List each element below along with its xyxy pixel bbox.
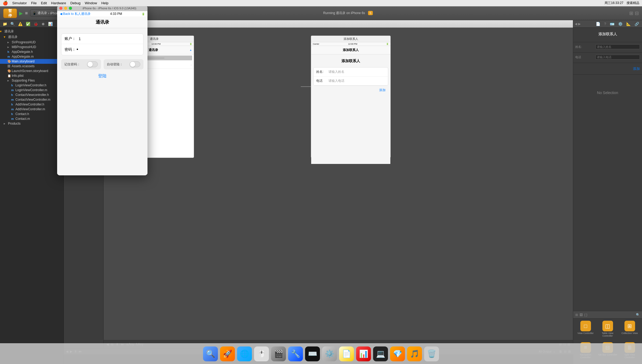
stop-button[interactable]: ■ [25, 10, 28, 16]
menu-edit[interactable]: Edit [41, 1, 47, 5]
menu-help[interactable]: Help [101, 1, 108, 5]
nav-search-icon[interactable]: 🔍 [9, 21, 16, 27]
nav-folder-icon[interactable]: 📁 [2, 21, 8, 27]
account-input[interactable]: 1 [77, 37, 140, 41]
menu-hardware[interactable]: Hardware [51, 1, 66, 5]
dock-xcode[interactable]: 🔧 [288, 346, 303, 361]
nav-item-Assets.xcassets[interactable]: 🖼 Assets.xcassets [0, 64, 64, 69]
pause-button[interactable]: 暂停 [3, 9, 17, 18]
view-toggle[interactable]: ⊞ [629, 10, 633, 16]
nav-item-AddViewController.h[interactable]: h AddViewController.h [0, 102, 64, 107]
dock-vlc[interactable]: 🎵 [407, 346, 422, 361]
login-button[interactable]: 登陆 [61, 73, 143, 79]
obj-lib-label: Table View Controller [597, 332, 618, 337]
maximize-dot[interactable] [69, 7, 72, 10]
nav-add-btn[interactable]: + [190, 49, 192, 52]
nav-item-ContactController.m[interactable]: m ContactViewController.m [0, 97, 64, 102]
nav-item-LoginViewController.m[interactable]: m LoginViewController.m [0, 88, 64, 92]
tab-connections[interactable]: 🔗 [633, 21, 640, 27]
remember-switch[interactable] [87, 61, 98, 67]
minimize-dot[interactable] [64, 7, 67, 10]
menu-search[interactable]: 搜索精品 [627, 1, 639, 5]
inspector-add-btn[interactable]: 添加 [633, 67, 640, 71]
inspector-add-section: 添加 [573, 63, 642, 75]
inspector-back[interactable]: ◀ [575, 22, 577, 26]
menu-file[interactable]: File [31, 1, 37, 5]
menu-debug[interactable]: Debug [70, 1, 81, 5]
dock-powerpoint[interactable]: 📊 [356, 346, 371, 361]
tab-identity[interactable]: 🪪 [609, 21, 616, 27]
dock-systemprefs[interactable]: ⚙️ [322, 346, 337, 361]
inspector-add-title: 添加联系人 [575, 30, 640, 40]
iphone-login-content: 账户： 1 密码： • 记住密码： 自动登陆： [57, 28, 147, 175]
close-dot[interactable] [59, 7, 62, 10]
nav-item-Main.storyboard[interactable]: 🎨 Main.storyboard [0, 59, 64, 64]
dock-mouse[interactable]: 🖱️ [254, 346, 269, 361]
tab-file[interactable]: 📄 [594, 21, 602, 27]
canvas-main[interactable]: 通讯录 Carrier 12:00 PM 🔋 通讯录 + [104, 28, 573, 340]
nav-item-Supporting Files[interactable]: ▸ Supporting Files [0, 78, 64, 83]
nav-item-Contact.m[interactable]: m Contact.m [0, 116, 64, 121]
inspector-phone-input[interactable] [595, 55, 640, 60]
obj-lib-icon: ◫ [602, 321, 613, 331]
obj-lib-item-Table-View-Controller[interactable]: ◫ Table View Controller [597, 321, 618, 341]
menu-window[interactable]: Window [85, 1, 97, 5]
nav-item-LaunchScreen.storyboard[interactable]: 🎨 LaunchScreen.storyboard [0, 69, 64, 73]
nav-item-MBProgressHUD[interactable]: ▸ MBProgressHUD [0, 45, 64, 49]
nav-item-Contact.h[interactable]: h Contact.h [0, 112, 64, 116]
dock-trash[interactable]: 🗑️ [424, 346, 439, 361]
apple-menu[interactable]: 🍎 [3, 1, 8, 6]
canvas-add-scene[interactable]: 添加联系人 Carrier 12:00 PM 🔋 添加联系人 [311, 36, 391, 158]
tab-attributes[interactable]: ⚙️ [617, 21, 624, 27]
nav-item-ContactController.h[interactable]: h ContactViewcontroller.h [0, 92, 64, 97]
dock-launchpad[interactable]: 🚀 [220, 346, 235, 361]
obj-lib-item-View-Controller[interactable]: □ View Controller [575, 321, 596, 341]
nav-item-Products[interactable]: ▸ Products [0, 121, 64, 126]
nav-item-SVProgressHUD[interactable]: ▸ SVProgressHUD [0, 40, 64, 45]
inspector-name-input[interactable] [595, 44, 640, 49]
obj-lib-tab-media[interactable]: 🖼 [580, 313, 583, 317]
status-back-btn[interactable]: ◀ Back to 私人通讯录 [60, 12, 91, 16]
add-submit-btn[interactable]: 添加 [313, 86, 388, 95]
nav-item-LoginViewController.h[interactable]: h LoginViewController.h [0, 83, 64, 88]
no-selection-text: No Selection [573, 91, 642, 95]
nav-item-AppDelegate.m[interactable]: m AppDelegate.m [0, 54, 64, 59]
obj-lib-toolbar: ⊞ 🖼 { } 🔍 [573, 311, 642, 319]
nav-breakpoint-icon[interactable]: ⏺ [40, 21, 46, 27]
dock-notes[interactable]: 📄 [339, 346, 354, 361]
run-button[interactable]: ▶ [19, 10, 23, 16]
menu-bar: 🍎 Simulator File Edit Hardware Debug Win… [0, 0, 642, 6]
dock-editor[interactable]: 💻 [373, 346, 388, 361]
obj-lib-tab-objects[interactable]: ⊞ [575, 313, 578, 317]
nav-debug-icon[interactable]: 🐞 [32, 21, 39, 27]
tab-size[interactable]: 📐 [625, 21, 632, 27]
dock-quicktime[interactable]: 🎬 [271, 346, 286, 361]
nav-warning-icon[interactable]: ⚠️ [17, 21, 24, 27]
inspector-forward[interactable]: ▶ [578, 22, 581, 26]
nav-item-通讯录-sub[interactable]: ▾ 通讯录 [0, 34, 64, 40]
obj-lib-search-icon[interactable]: 🔍 [636, 313, 640, 317]
password-input[interactable]: • [77, 47, 78, 52]
dock-sketch[interactable]: 💎 [390, 346, 405, 361]
remember-password-toggle[interactable]: 记住密码： [61, 59, 101, 69]
obj-lib-tab-snippets[interactable]: { } [584, 313, 587, 317]
canvas-add-header: 添加联系人 [311, 36, 390, 42]
dock-finder[interactable]: 🔍 [203, 346, 218, 361]
nav-item-root[interactable]: ▾ 通讯录 [0, 29, 64, 34]
iphone-nav-bar: 通讯录 [57, 16, 147, 28]
menu-simulator[interactable]: Simulator [12, 1, 27, 5]
tab-quick-help[interactable]: ? [603, 21, 607, 27]
nav-test-icon[interactable]: ✅ [25, 21, 31, 27]
nav-item-Info.plist[interactable]: 📋 Info.plist [0, 73, 64, 78]
dock-safari[interactable]: 🌐 [237, 346, 252, 361]
nav-item-AddViewController.m[interactable]: m AddViewController.m [0, 107, 64, 112]
auto-login-toggle[interactable]: 自动登陆： [104, 59, 143, 69]
scheme-icon: 📱 [32, 11, 36, 15]
nav-item-AppDelegate.h[interactable]: h AppDelegate.h [0, 49, 64, 54]
inspector-panel: ◀ ▶ 📄 ? 🪪 ⚙️ 📐 🔗 添加联系人 [573, 20, 642, 364]
nav-report-icon[interactable]: 📊 [47, 21, 54, 27]
dock-terminal[interactable]: ⌨️ [305, 346, 320, 361]
obj-lib-item-Collection-View[interactable]: ⊞ Collection View [619, 321, 640, 341]
auto-login-switch[interactable] [130, 61, 140, 67]
layout-toggle[interactable]: ⊟ [635, 10, 639, 16]
